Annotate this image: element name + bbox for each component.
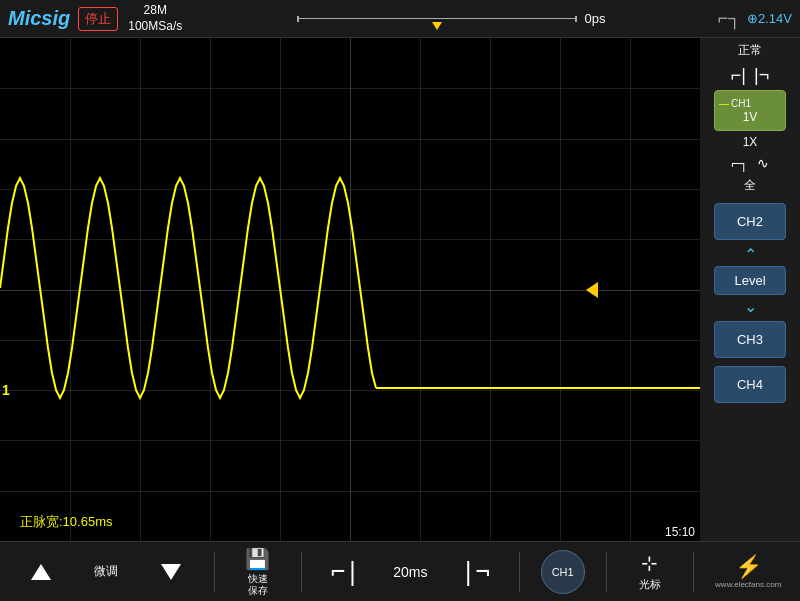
rising-edge-icon[interactable]: ⌐| [731,65,746,86]
trigger-mode-label: 正常 [738,42,762,59]
divider-5 [693,552,694,592]
ch1-select-button[interactable]: CH1 [541,550,585,594]
ac-coupling-icon[interactable]: ∿ [757,155,769,171]
ch2-button[interactable]: CH2 [714,203,786,240]
trigger-marker [432,22,442,30]
ch1-button[interactable]: — CH1 1V [714,90,786,131]
time-offset-label: 0ps [585,11,606,26]
save-icon: 💾 [245,547,270,571]
timebase-value: 20ms [393,564,427,580]
ch1-select-label: CH1 [552,566,574,578]
timebase-display[interactable]: 20ms [388,564,432,580]
up-arrow-icon[interactable] [31,564,51,580]
measurement-display: 正脉宽:10.65ms [20,513,112,531]
divider-2 [301,552,302,592]
ch1-dash-icon: — [719,98,729,109]
clock-display: 15:10 [665,525,695,539]
elecfans-icon: ⚡ [735,554,762,580]
ch1-indicator: — CH1 [719,98,781,109]
bottom-toolbar: 微调 💾 快速保存 ⌐| 20ms |¬ CH1 ⊹ 光标 ⚡ www.elec… [0,541,800,601]
ch1-waveform [0,178,376,398]
ch4-button[interactable]: CH4 [714,366,786,403]
falling-pulse-button[interactable]: |¬ [453,558,497,586]
scope-area: 1 正脉宽:10.65ms [0,38,700,541]
memory-depth-label: 28M [144,3,167,19]
dc-coupling-icon[interactable]: ⌐┐ [731,155,749,171]
fine-tune-label-group: 微调 [84,563,128,580]
cursor-button[interactable]: ⊹ 光标 [628,551,672,592]
level-label: Level [734,273,765,288]
bandwidth-label: 全 [744,177,756,194]
level-up-icon[interactable]: ⌃ [744,245,757,264]
ch1-voltage-label: 1V [719,110,781,124]
time-info: 28M 100MSa/s [128,3,182,34]
right-panel: 正常 ⌐| |¬ — CH1 1V 1X ⌐┐ ∿ 全 CH2 ⌃ Level … [700,38,800,541]
level-button[interactable]: Level [714,266,786,295]
time-scale-bar: 0ps [192,11,717,26]
down-arrow-icon[interactable] [161,564,181,580]
falling-edge-icon[interactable]: |¬ [754,65,769,86]
ch1-position-marker: 1 [2,382,10,398]
stop-button[interactable]: 停止 [78,7,118,31]
ch1-label: CH1 [731,98,751,109]
fine-tune-down-button[interactable] [149,564,193,580]
fine-tune-label: 微调 [94,563,118,580]
logo: Micsig [0,7,78,30]
trigger-level-arrow[interactable] [586,282,598,298]
time-scale-line [297,16,577,22]
ch3-button[interactable]: CH3 [714,321,786,358]
coupling-icons: ⌐┐ ∿ [731,155,769,171]
quick-save-button[interactable]: 💾 快速保存 [236,547,280,597]
divider-1 [214,552,215,592]
rising-pulse-button[interactable]: ⌐| [323,558,367,586]
divider-4 [606,552,607,592]
cursor-icon: ⊹ [641,551,658,575]
falling-pulse-icon: |¬ [461,558,490,586]
probe-ratio-label: 1X [743,135,758,149]
level-down-icon[interactable]: ⌄ [744,297,757,316]
fine-tune-up-button[interactable] [19,564,63,580]
quick-save-label: 快速保存 [248,573,268,597]
rising-pulse-icon: ⌐| [331,558,360,586]
trigger-voltage-label: ⊕2.14V [747,11,792,26]
trigger-icon: ⌐┐ [718,8,741,29]
elecfans-site: www.elecfans.com [715,580,781,589]
trigger-type-icons: ⌐| |¬ [731,65,769,86]
sample-rate-label: 100MSa/s [128,19,182,35]
top-bar: Micsig 停止 28M 100MSa/s 0ps ⌐┐ ⊕2.14V [0,0,800,38]
elecfans-logo[interactable]: ⚡ www.elecfans.com [715,554,781,589]
divider-3 [519,552,520,592]
cursor-label: 光标 [639,577,661,592]
